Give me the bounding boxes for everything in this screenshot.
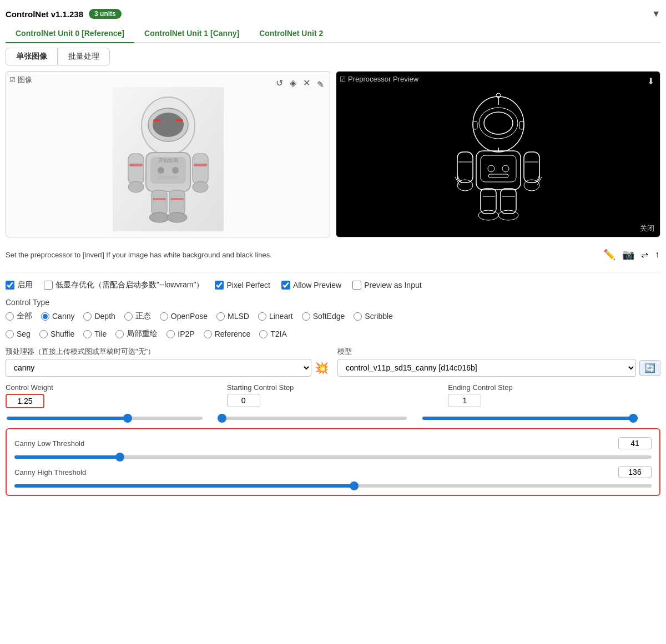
- svg-text:开始绘画: 开始绘画: [158, 158, 178, 163]
- allow-preview-checkbox[interactable]: Allow Preview: [281, 281, 341, 290]
- preview-as-input-checkbox[interactable]: Preview as Input: [352, 281, 422, 290]
- app-container: ControlNet v1.1.238 3 units ▼ ControlNet…: [0, 0, 666, 644]
- sliders-row: Control Weight Starting Control Step End…: [6, 383, 660, 408]
- camera-icon-btn[interactable]: 📷: [621, 247, 635, 262]
- control-weight-input-row: [6, 394, 218, 408]
- undo-button[interactable]: ↺: [274, 75, 285, 91]
- control-weight-col: Control Weight: [6, 383, 218, 408]
- right-image-panel: ☑ Preprocessor Preview ⬇: [336, 71, 660, 237]
- left-panel-toolbar: ↺ ◈ ✕ ✎: [274, 75, 326, 91]
- enable-checkbox[interactable]: 启用: [6, 280, 33, 290]
- starting-step-label: Starting Control Step: [227, 383, 440, 392]
- pixel-perfect-checkbox[interactable]: Pixel Perfect: [215, 281, 270, 290]
- svg-point-16: [193, 181, 208, 192]
- ending-step-input[interactable]: [448, 394, 481, 407]
- main-tabs: ControlNet Unit 0 [Reference] ControlNet…: [6, 24, 660, 43]
- transfer-icon-btn[interactable]: ⇌: [640, 249, 649, 261]
- image-panels: ☑ 图像 ↺ ◈ ✕ ✎: [6, 71, 660, 237]
- hint-icons: ✏️ 📷 ⇌ ↑: [602, 247, 660, 262]
- header-dropdown-icon[interactable]: ▼: [652, 9, 660, 19]
- hint-row: Set the preprocessor to [invert] If your…: [6, 243, 660, 268]
- left-image-area[interactable]: 开始绘画: [9, 87, 326, 231]
- svg-rect-21: [153, 198, 166, 200]
- tab-unit2[interactable]: ControlNet Unit 2: [249, 24, 333, 43]
- control-weight-slider[interactable]: [7, 417, 203, 420]
- model-label: 模型: [337, 347, 660, 357]
- pixel-perfect-checkbox-input[interactable]: [215, 281, 224, 290]
- close-preview-button[interactable]: 关闭: [640, 224, 654, 234]
- lowvram-checkbox[interactable]: 低显存优化（需配合启动参数"--lowvram"）: [44, 280, 204, 290]
- starting-step-slider[interactable]: [218, 417, 407, 420]
- svg-rect-18: [169, 190, 185, 215]
- svg-rect-17: [152, 190, 167, 215]
- radio-lineart[interactable]: Lineart: [258, 312, 293, 321]
- reload-models-button[interactable]: 🔄: [639, 360, 660, 376]
- fire-button[interactable]: 💥: [315, 361, 329, 374]
- model-select-wrapper: control_v11p_sd15_canny [d14c016b] 🔄: [337, 359, 660, 377]
- radio-reference[interactable]: Reference: [204, 329, 251, 338]
- radio-mlsd[interactable]: MLSD: [216, 312, 249, 321]
- ending-step-slider[interactable]: [422, 417, 638, 420]
- pencil-icon-btn[interactable]: ✏️: [602, 247, 617, 262]
- preprocessor-select[interactable]: canny none invert blur: [6, 359, 311, 377]
- radio-inpaint[interactable]: 局部重绘: [115, 329, 158, 339]
- tab-unit0[interactable]: ControlNet Unit 0 [Reference]: [6, 24, 134, 43]
- upload-icon-btn[interactable]: ↑: [654, 249, 660, 261]
- enable-checkbox-input[interactable]: [6, 281, 14, 290]
- canny-low-label-row: Canny Low Threshold: [14, 437, 652, 449]
- preprocessor-select-wrapper: canny none invert blur 💥: [6, 359, 329, 377]
- svg-rect-11: [128, 154, 144, 184]
- allow-preview-checkbox-input[interactable]: [281, 281, 290, 290]
- model-col: 模型 control_v11p_sd15_canny [d14c016b] 🔄: [337, 347, 660, 377]
- canny-high-label-row: Canny High Threshold: [14, 466, 652, 478]
- radio-ip2p[interactable]: IP2P: [167, 329, 194, 338]
- radio-t2ia[interactable]: T2IA: [259, 329, 287, 338]
- download-button[interactable]: ⬇: [645, 75, 657, 88]
- canny-low-slider[interactable]: [14, 455, 652, 459]
- control-weight-label: Control Weight: [6, 383, 218, 392]
- close-panel-button[interactable]: ✕: [301, 75, 312, 91]
- left-image-panel: ☑ 图像 ↺ ◈ ✕ ✎: [6, 71, 330, 237]
- radio-all[interactable]: 全部: [6, 311, 32, 321]
- svg-rect-12: [193, 154, 208, 184]
- slider-track-row: [6, 413, 660, 422]
- svg-rect-14: [194, 164, 207, 166]
- radio-softedge[interactable]: SoftEdge: [302, 312, 345, 321]
- control-type-radio-group-2: Seg Shuffle Tile 局部重绘 IP2P Reference T2I…: [6, 329, 660, 339]
- tab-unit1[interactable]: ControlNet Unit 1 [Canny]: [134, 24, 249, 43]
- lowvram-checkbox-input[interactable]: [44, 281, 53, 290]
- radio-depth[interactable]: Depth: [83, 312, 115, 321]
- svg-point-9: [172, 167, 179, 174]
- svg-point-3: [153, 113, 184, 137]
- ending-step-input-row: [448, 394, 660, 407]
- radio-seg[interactable]: Seg: [6, 329, 31, 338]
- units-badge: 3 units: [89, 9, 122, 19]
- edit-button[interactable]: ✎: [315, 78, 326, 91]
- clear-button[interactable]: ◈: [287, 75, 299, 91]
- header: ControlNet v1.1.238 3 units ▼: [6, 6, 660, 24]
- svg-point-15: [128, 181, 144, 192]
- control-weight-input[interactable]: [6, 394, 44, 408]
- radio-canny[interactable]: Canny: [41, 312, 74, 321]
- starting-step-input[interactable]: [227, 394, 260, 407]
- radio-normal[interactable]: 正态: [124, 311, 151, 321]
- radio-openpose[interactable]: OpenPose: [160, 312, 208, 321]
- svg-rect-10: [158, 176, 178, 179]
- control-type-section: Control Type 全部 Canny Depth 正态 OpenPose …: [6, 298, 660, 339]
- radio-shuffle[interactable]: Shuffle: [39, 329, 74, 338]
- canny-high-input[interactable]: [618, 466, 652, 478]
- canny-high-slider[interactable]: [14, 484, 652, 488]
- preview-as-input-checkbox-input[interactable]: [352, 281, 361, 290]
- radio-scribble[interactable]: Scribble: [354, 312, 393, 321]
- app-title: ControlNet v1.1.238: [6, 9, 83, 19]
- sub-tab-single[interactable]: 单张图像: [6, 48, 58, 65]
- radio-tile[interactable]: Tile: [83, 329, 107, 338]
- sub-tab-batch[interactable]: 批量处理: [58, 48, 110, 65]
- model-select[interactable]: control_v11p_sd15_canny [d14c016b]: [337, 359, 636, 377]
- canny-low-row: Canny Low Threshold: [14, 437, 652, 460]
- svg-point-19: [149, 212, 169, 222]
- right-image-area: [340, 85, 657, 230]
- canny-low-input[interactable]: [618, 437, 652, 449]
- robot-image: 开始绘画: [113, 87, 224, 231]
- preprocessor-label: 预处理器（直接上传模式图或草稿时可选"无"）: [6, 347, 329, 357]
